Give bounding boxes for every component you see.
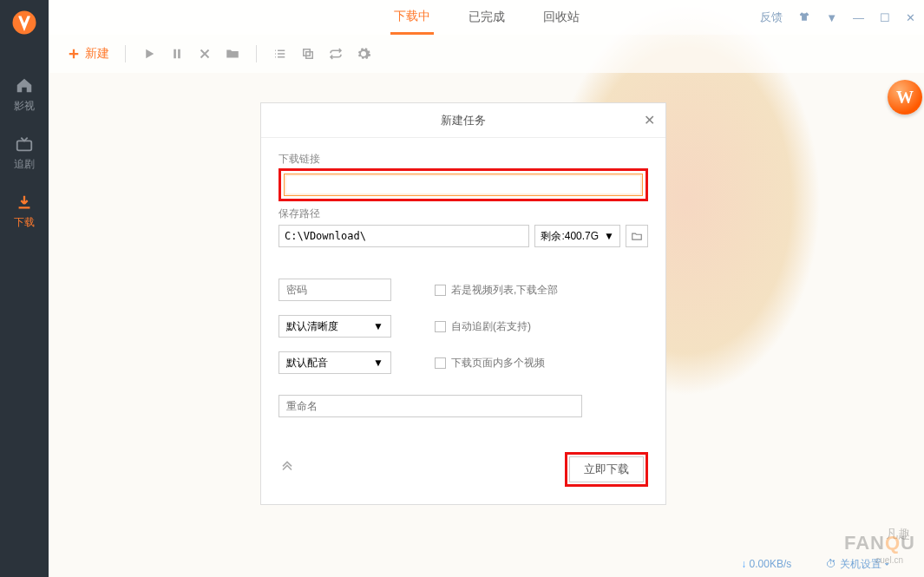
status-bar: ↓ 0.00KB/s ⏱ 关机设置 ▾ (49, 551, 924, 577)
new-task-label: 新建 (85, 46, 109, 62)
skin-icon[interactable] (798, 10, 810, 25)
checkbox-label: 自动追剧(若支持) (451, 319, 531, 334)
chevron-down-icon: ▼ (604, 230, 614, 242)
chevron-down-icon: ▼ (373, 320, 383, 332)
remaining-text: 剩余:400.7G (541, 229, 599, 244)
play-button[interactable] (141, 46, 157, 62)
separator (125, 45, 126, 62)
sidebar-item-video[interactable]: 影视 (0, 66, 49, 124)
speed-indicator: ↓ 0.00KB/s (741, 558, 791, 570)
checkbox-label: 下载页面内多个视频 (451, 356, 545, 370)
sidebar: 影视 追剧 下载 (0, 0, 49, 577)
download-link-label: 下载链接 (279, 152, 648, 167)
loop-button[interactable] (328, 46, 344, 62)
menu-dropdown-icon[interactable]: ▼ (826, 11, 837, 24)
remaining-space-dropdown[interactable]: 剩余:400.7G▼ (534, 225, 620, 247)
close-icon[interactable]: ✕ (644, 112, 655, 128)
multi-checkbox[interactable]: 下载页面内多个视频 (435, 356, 648, 370)
save-path-label: 保存路径 (279, 207, 648, 221)
playlist-checkbox[interactable]: 若是视频列表,下载全部 (435, 283, 648, 298)
checkbox-icon (435, 357, 446, 369)
highlight-box: 立即下载 (565, 452, 648, 487)
svg-rect-3 (178, 49, 180, 59)
app-logo (0, 5, 49, 40)
delete-button[interactable] (197, 46, 213, 62)
chevron-down-icon: ▼ (373, 357, 383, 369)
password-input[interactable] (279, 279, 391, 301)
dialog-title-text: 新建任务 (441, 113, 486, 128)
browse-folder-button[interactable] (626, 225, 648, 247)
app-badge-icon[interactable]: W (888, 80, 922, 115)
quality-select[interactable]: 默认清晰度▼ (279, 315, 391, 338)
select-value: 默认配音 (286, 356, 328, 370)
list-button[interactable] (272, 46, 288, 62)
settings-button[interactable] (356, 46, 371, 62)
save-path-input[interactable] (279, 225, 529, 247)
window-minimize-icon[interactable]: — (853, 11, 864, 24)
speed-text: 0.00KB/s (750, 558, 792, 570)
tab-completed[interactable]: 已完成 (465, 0, 508, 35)
topbar: 下载中 已完成 回收站 反馈 ▼ — ☐ ✕ (49, 0, 924, 35)
window-close-icon[interactable]: ✕ (906, 11, 915, 24)
tab-recycle[interactable]: 回收站 (540, 0, 583, 35)
audio-select[interactable]: 默认配音▼ (279, 351, 391, 374)
sidebar-item-label: 影视 (14, 99, 35, 114)
checkbox-label: 若是视频列表,下载全部 (451, 283, 558, 298)
separator (256, 45, 257, 62)
watermark-sub: cuel.cn (875, 555, 903, 565)
sidebar-item-label: 追剧 (14, 157, 35, 172)
sidebar-item-drama[interactable]: 追剧 (0, 124, 49, 182)
watermark: FANQU (844, 532, 915, 554)
download-arrow-icon: ↓ (741, 558, 746, 570)
tab-downloading[interactable]: 下载中 (390, 0, 434, 35)
svg-rect-1 (17, 141, 32, 150)
toolbar: 新建 (49, 35, 924, 73)
checkbox-icon (435, 321, 446, 332)
collapse-button[interactable] (279, 459, 296, 480)
feedback-link[interactable]: 反馈 (760, 10, 783, 25)
svg-rect-2 (174, 49, 176, 59)
download-now-button[interactable]: 立即下载 (569, 456, 644, 482)
select-value: 默认清晰度 (286, 319, 338, 334)
pause-button[interactable] (169, 46, 185, 62)
tabs: 下载中 已完成 回收站 (390, 0, 583, 35)
sidebar-item-label: 下载 (14, 215, 35, 230)
new-task-dialog: 新建任务 ✕ 下载链接 保存路径 剩余:400.7G▼ 若是视频列表,下载全部 … (260, 102, 666, 505)
link-button[interactable] (300, 46, 316, 62)
checkbox-icon (435, 285, 446, 296)
new-task-button[interactable]: 新建 (66, 46, 109, 62)
window-maximize-icon[interactable]: ☐ (880, 11, 890, 24)
folder-button[interactable] (225, 46, 240, 62)
highlight-box (279, 168, 648, 201)
download-url-input[interactable] (284, 174, 643, 196)
sidebar-item-download[interactable]: 下载 (0, 182, 49, 240)
dialog-title: 新建任务 ✕ (261, 103, 665, 138)
rename-input[interactable] (279, 395, 582, 417)
follow-checkbox[interactable]: 自动追剧(若支持) (435, 319, 648, 334)
